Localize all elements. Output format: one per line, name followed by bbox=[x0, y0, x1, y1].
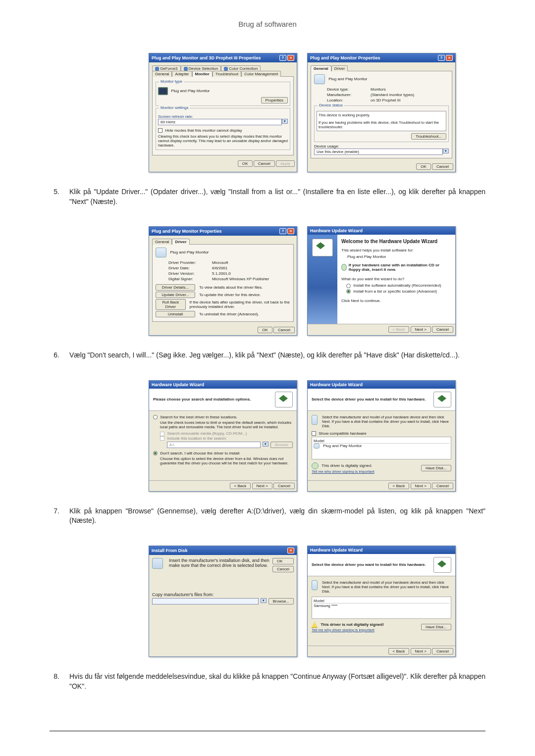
device-usage-dropdown[interactable]: Use this device (enable) bbox=[314, 149, 443, 155]
close-icon[interactable]: × bbox=[287, 228, 294, 234]
step-number: 5. bbox=[50, 188, 59, 196]
check-include-location-label: Include this location in the search: bbox=[167, 436, 227, 441]
install-disk-text: Insert the manufacturer's installation d… bbox=[169, 558, 269, 568]
cancel-button[interactable]: Cancel bbox=[273, 483, 295, 489]
signer-label: Digital Signer: bbox=[168, 277, 208, 281]
troubleshoot-button[interactable]: Troubleshoot... bbox=[411, 133, 446, 140]
step-number: 7. bbox=[50, 507, 59, 515]
properties-button[interactable]: Properties bbox=[261, 97, 288, 103]
ok-button[interactable]: OK bbox=[272, 558, 294, 564]
cancel-button[interactable]: Cancel bbox=[272, 566, 294, 572]
chevron-down-icon[interactable]: ▾ bbox=[261, 598, 267, 603]
step-7: 7. Klik på knappen "Browse" (Gennemse), … bbox=[50, 506, 485, 526]
wizard-icon bbox=[275, 392, 293, 407]
back-button[interactable]: < Back bbox=[388, 648, 410, 655]
model-list-item[interactable]: Plug and Play Monitor bbox=[314, 444, 449, 449]
cancel-button[interactable]: Cancel bbox=[432, 326, 453, 333]
cancel-button[interactable]: Cancel bbox=[432, 648, 453, 655]
signing-info-link[interactable]: Tell me why driver signing is important bbox=[312, 628, 374, 632]
copy-path-dropdown[interactable] bbox=[152, 598, 259, 605]
step-text: Hvis du får vist følgende meddelelsesvin… bbox=[69, 672, 485, 691]
gpu-icon bbox=[155, 67, 159, 71]
step-6: 6. Vælg "Don't search, I will..." (Søg i… bbox=[50, 351, 485, 360]
chevron-down-icon[interactable]: ▾ bbox=[282, 119, 288, 124]
cancel-button[interactable]: Cancel bbox=[273, 327, 295, 333]
rollback-driver-button[interactable]: Roll Back Driver bbox=[156, 299, 186, 310]
device-status-label: Device status bbox=[318, 103, 344, 107]
cancel-button[interactable]: Cancel bbox=[254, 160, 275, 167]
wizard-header-text: Select the device driver you want to ins… bbox=[312, 397, 426, 402]
next-button[interactable]: Next > bbox=[411, 326, 431, 333]
back-button[interactable]: < Back bbox=[388, 483, 410, 489]
close-icon[interactable]: × bbox=[287, 55, 294, 61]
wizard-icon bbox=[312, 239, 333, 256]
update-driver-button[interactable]: Update Driver... bbox=[156, 292, 195, 298]
uninstall-button[interactable]: Uninstall bbox=[156, 311, 195, 317]
step-number: 6. bbox=[50, 351, 59, 359]
refresh-rate-dropdown[interactable]: 60 Hertz bbox=[158, 119, 282, 125]
monitor-small-icon bbox=[314, 444, 320, 449]
step-text: Klik på "Update Driver..." (Opdater driv… bbox=[69, 187, 485, 206]
check-removable-media bbox=[160, 432, 164, 436]
show-compatible-checkbox[interactable] bbox=[312, 431, 316, 436]
radio-dont-search[interactable] bbox=[153, 451, 158, 455]
cancel-button[interactable]: Cancel bbox=[432, 483, 453, 489]
browse-button[interactable]: Browse... bbox=[268, 598, 294, 605]
have-disk-button[interactable]: Have Disk... bbox=[421, 465, 451, 471]
manufacturer-label: Manufacturer: bbox=[327, 93, 367, 97]
tab-general[interactable]: General bbox=[152, 239, 172, 245]
ok-button[interactable]: OK bbox=[258, 327, 272, 333]
wizard-icon bbox=[433, 392, 451, 407]
driver-signed-text: This driver is digitally signed. bbox=[321, 463, 372, 468]
model-list-item[interactable]: Samsung **** bbox=[314, 604, 449, 608]
next-button[interactable]: Next > bbox=[252, 483, 272, 489]
step-text: Vælg "Don't search, I will..." (Søg ikke… bbox=[69, 351, 485, 360]
monitor-device-icon bbox=[156, 248, 166, 257]
location-path-dropdown: A:\ bbox=[167, 442, 261, 448]
driver-details-button[interactable]: Driver Details... bbox=[156, 284, 195, 291]
close-icon[interactable]: × bbox=[446, 55, 453, 61]
tab-general[interactable]: General bbox=[152, 71, 172, 77]
next-button[interactable]: Next > bbox=[411, 648, 431, 655]
provider-label: Driver Provider: bbox=[168, 260, 208, 265]
signed-icon bbox=[312, 462, 319, 469]
dialog-install-from-disk: Install From Disk × Insert the manufactu… bbox=[149, 546, 297, 657]
radio-search-best[interactable] bbox=[153, 415, 158, 419]
tab-color-management[interactable]: Color Management bbox=[241, 71, 281, 77]
wizard-heading: Welcome to the Hardware Update Wizard bbox=[341, 239, 451, 244]
manufacturer-value: (Standard monitor types) bbox=[371, 93, 414, 97]
dialog-title: Plug and Play Monitor and 3D Prophet III… bbox=[152, 55, 261, 60]
ok-button[interactable]: OK bbox=[238, 160, 253, 167]
radio-dont-search-label: Don't search. I will choose the driver t… bbox=[160, 451, 240, 455]
tab-driver[interactable]: Driver bbox=[331, 65, 348, 71]
next-button[interactable]: Next > bbox=[411, 483, 431, 489]
apply-button: Apply bbox=[276, 160, 295, 167]
model-column-header: Model bbox=[314, 599, 449, 604]
rollback-driver-desc: If the device fails after updating the d… bbox=[190, 300, 290, 309]
radio-install-list[interactable] bbox=[346, 289, 351, 294]
tab-troubleshoot[interactable]: Troubleshoot bbox=[213, 71, 241, 77]
dont-search-desc: Choose this option to select the device … bbox=[160, 456, 293, 465]
tab-monitor[interactable]: Monitor bbox=[192, 71, 213, 77]
chevron-down-icon[interactable]: ▾ bbox=[443, 149, 449, 153]
signing-info-link[interactable]: Tell me why driver signing is important bbox=[312, 469, 374, 474]
cancel-button[interactable]: Cancel bbox=[432, 163, 453, 170]
tab-general[interactable]: General bbox=[311, 65, 331, 71]
search-best-desc: Use the check boxes below to limit or ex… bbox=[160, 420, 293, 429]
back-button[interactable]: < Back bbox=[230, 483, 251, 489]
help-icon[interactable]: ? bbox=[279, 228, 286, 234]
have-disk-button[interactable]: Have Disk... bbox=[421, 624, 451, 630]
tab-driver[interactable]: Driver bbox=[172, 239, 189, 245]
hide-modes-description: Clearing this check box allows you to se… bbox=[158, 134, 288, 148]
help-icon[interactable]: ? bbox=[438, 55, 445, 61]
tab-adapter[interactable]: Adapter bbox=[172, 71, 192, 77]
close-icon[interactable]: × bbox=[287, 548, 294, 554]
warning-icon bbox=[312, 622, 318, 628]
hide-modes-checkbox[interactable] bbox=[158, 128, 162, 133]
ok-button[interactable]: OK bbox=[416, 163, 431, 170]
wizard-header-text: Please choose your search and installati… bbox=[153, 397, 251, 402]
radio-install-auto[interactable] bbox=[346, 284, 351, 288]
help-icon[interactable]: ? bbox=[279, 55, 286, 61]
figure-pair-4: Install From Disk × Insert the manufactu… bbox=[119, 546, 485, 657]
radio-search-best-label: Search for the best driver in these loca… bbox=[160, 415, 237, 419]
